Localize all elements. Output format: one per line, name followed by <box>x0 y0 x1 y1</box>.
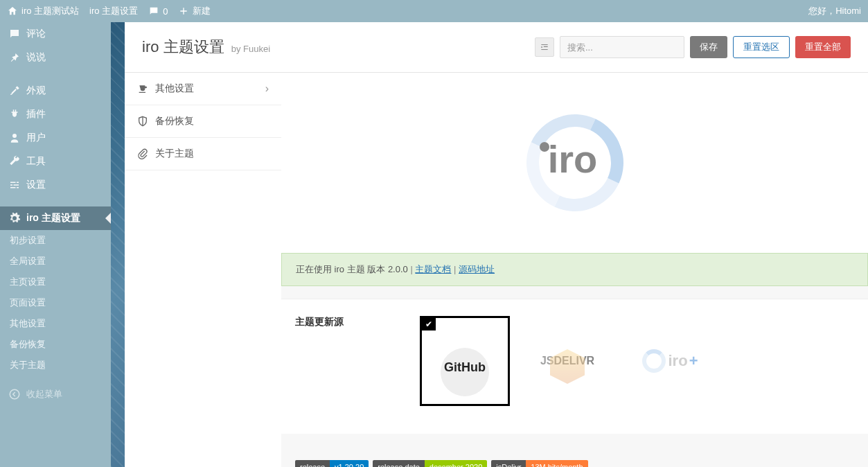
docs-link[interactable]: 主题文档 <box>415 264 451 274</box>
paperclip-icon <box>137 148 148 159</box>
badge-release: releasev1.20.20 <box>295 460 369 467</box>
topbar-site-link[interactable]: iro 主题测试站 <box>7 5 79 17</box>
sidebar-item-users[interactable]: 用户 <box>0 126 111 150</box>
comment-count: 0 <box>163 6 168 17</box>
cup-icon <box>137 83 148 94</box>
reset-selection-button[interactable]: 重置选区 <box>733 36 790 58</box>
choice-jsdelivr[interactable]: JSDELIVR <box>522 316 612 406</box>
sidebar-item-iro-settings[interactable]: iro 主题设置 <box>0 206 111 230</box>
option-label: 主题更新源 <box>295 316 406 328</box>
topbar-settings-link[interactable]: iro 主题设置 <box>89 5 138 17</box>
choice-iroplus[interactable]: iro+ <box>625 316 715 406</box>
comment-icon <box>8 28 21 40</box>
settings-header: iro 主题设置 by Fuukei 保存 重置选区 重置全部 <box>125 22 868 73</box>
sidebar-sub-about[interactable]: 关于主题 <box>0 355 111 376</box>
user-icon <box>8 132 21 144</box>
pin-icon <box>8 51 21 64</box>
admin-topbar: iro 主题测试站 iro 主题设置 0 新建 您好，Hitomi <box>0 0 868 22</box>
sidebar-item-tools[interactable]: 工具 <box>0 150 111 173</box>
sidebar-sub-page[interactable]: 页面设置 <box>0 292 111 313</box>
svg-point-0 <box>10 389 19 399</box>
sidebar-sub-initial[interactable]: 初步设置 <box>0 230 111 251</box>
sidebar-item-shuoshuo[interactable]: 说说 <box>0 46 111 69</box>
version-notice: 正在使用 iro 主题 版本 2.0.0 | 主题文档 | 源码地址 <box>281 253 868 286</box>
admin-sidebar: 评论 说说 外观 插件 用户 工具 设置 iro 主题设置 初步设置 全局设置 … <box>0 22 111 467</box>
indent-icon <box>540 42 549 52</box>
sidebar-item-plugins[interactable]: 插件 <box>0 103 111 126</box>
sidebar-sub-backup[interactable]: 备份恢复 <box>0 334 111 355</box>
save-button[interactable]: 保存 <box>690 36 727 58</box>
iro-icon <box>642 349 666 373</box>
topbar-greeting[interactable]: 您好，Hitomi <box>808 5 861 17</box>
settings-nav-about[interactable]: 关于主题 <box>125 138 281 170</box>
sidebar-item-appearance[interactable]: 外观 <box>0 79 111 103</box>
wrench-icon <box>8 155 21 168</box>
choice-github[interactable]: GitHub <box>420 316 510 406</box>
iro-logo: iro <box>520 107 630 218</box>
sidebar-item-comments[interactable]: 评论 <box>0 22 111 46</box>
badges-row: releasev1.20.20 release datedecember 202… <box>281 455 868 467</box>
collapse-icon <box>8 388 21 400</box>
settings-nav-other[interactable]: 其他设置 › <box>125 73 281 105</box>
page-subtitle: by Fuukei <box>231 44 270 54</box>
chevron-right-icon: › <box>265 82 269 95</box>
panel-collapse-button[interactable] <box>535 37 554 57</box>
topbar-comments[interactable]: 0 <box>148 6 168 17</box>
sidebar-submenu: 初步设置 全局设置 主页设置 页面设置 其他设置 备份恢复 关于主题 <box>0 230 111 376</box>
badge-release-date: release datedecember 2020 <box>373 460 487 467</box>
search-input[interactable] <box>560 36 684 58</box>
page-title: iro 主题设置 by Fuukei <box>142 37 270 58</box>
sidebar-item-settings[interactable]: 设置 <box>0 173 111 197</box>
content-area: iro 主题设置 by Fuukei 保存 重置选区 重置全部 其他设置 › <box>125 22 868 467</box>
sidebar-sub-home[interactable]: 主页设置 <box>0 272 111 292</box>
sliders-icon <box>8 179 21 191</box>
settings-nav-backup[interactable]: 备份恢复 <box>125 105 281 138</box>
settings-body: iro 正在使用 iro 主题 版本 2.0.0 | 主题文档 | 源码地址 主… <box>281 73 868 467</box>
topbar-site-name: iro 主题测试站 <box>21 5 79 17</box>
sidebar-sub-other[interactable]: 其他设置 <box>0 313 111 334</box>
gear-icon <box>8 212 21 224</box>
comment-icon <box>148 6 159 17</box>
shield-icon <box>137 116 148 127</box>
reset-all-button[interactable]: 重置全部 <box>795 36 851 58</box>
plus-icon <box>178 6 189 17</box>
sidebar-collapse[interactable]: 收起菜单 <box>0 381 111 407</box>
theme-logo-area: iro <box>281 73 868 253</box>
badge-jsdelivr: jsDelivr13M hits/month <box>491 460 587 467</box>
option-update-source: 主题更新源 GitHub JSDELIVR <box>281 299 868 434</box>
settings-nav: 其他设置 › 备份恢复 关于主题 <box>125 73 281 467</box>
topbar-new[interactable]: 新建 <box>178 5 211 17</box>
notice-text: 正在使用 iro 主题 版本 2.0.0 <box>296 264 408 274</box>
source-link[interactable]: 源码地址 <box>459 264 495 274</box>
sidebar-sub-global[interactable]: 全局设置 <box>0 251 111 272</box>
brush-icon <box>8 85 21 97</box>
home-icon <box>7 6 18 17</box>
plugin-icon <box>8 108 21 121</box>
background-strip <box>111 22 125 467</box>
